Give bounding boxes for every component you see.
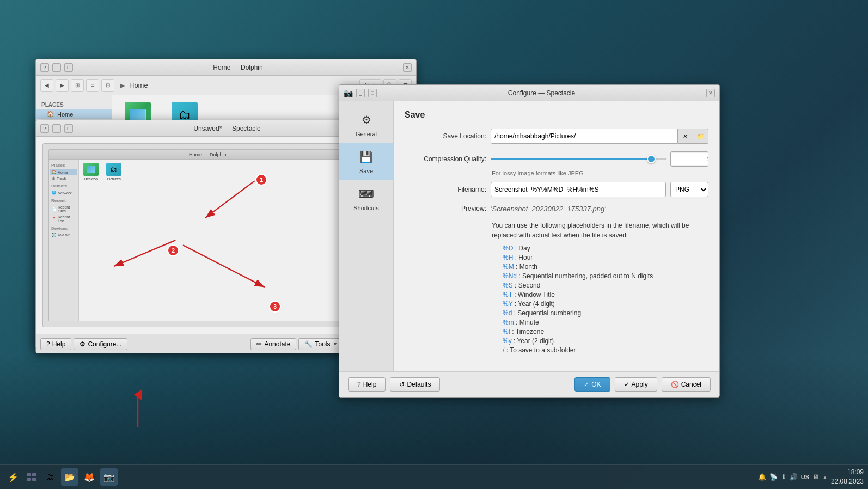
taskbar-network-icon[interactable]: 📡 — [769, 473, 778, 481]
dialog-help-button[interactable]: ? Help — [348, 377, 386, 392]
taskbar-display-icon[interactable]: 🖥 — [812, 473, 819, 481]
spectacle-maximize-btn[interactable]: □ — [64, 124, 73, 133]
taskbar-icon-firefox[interactable]: 🦊 — [81, 468, 98, 486]
configure-close-btn[interactable]: ✕ — [706, 89, 715, 97]
mini-content: Places 🏠Home 🗑Trash Remote 🌐Network Rece… — [49, 160, 381, 321]
dolphin-view-grid-btn[interactable]: ⊞ — [71, 79, 84, 92]
placeholder-y: %y : Year (2 digit) — [503, 337, 708, 345]
spectacle-tools-button[interactable]: 🔧 Tools ▼ — [298, 338, 344, 350]
spectacle-configure-button[interactable]: ⚙ Configure... — [74, 338, 127, 350]
tools-icon: 🔧 — [304, 340, 313, 348]
placeholder-H: %H : Hour — [503, 254, 708, 261]
configure-app-icon: 📷 — [344, 89, 353, 97]
taskbar-clock[interactable]: 18:09 22.08.2023 — [831, 468, 864, 486]
configure-maximize-btn[interactable]: □ — [368, 89, 377, 97]
taskbar-download-icon[interactable]: ⬇ — [781, 473, 786, 481]
config-nav-general[interactable]: ⚙ General — [339, 106, 393, 143]
taskbar-date: 22.08.2023 — [831, 477, 864, 486]
config-nav-shortcuts[interactable]: ⌨ Shortcuts — [339, 180, 393, 217]
sidebar-item-home[interactable]: 🏠 Home — [36, 109, 112, 119]
tools-dropdown-arrow: ▼ — [333, 341, 338, 347]
general-nav-label: General — [356, 131, 377, 137]
filename-input[interactable] — [491, 182, 666, 197]
configure-main: Save Save Location: ✕ 📁 Compression Qual… — [394, 101, 719, 397]
placeholder-d-link[interactable]: %d — [503, 309, 512, 317]
taskbar-icon-dolphin[interactable]: 📂 — [61, 468, 78, 486]
save-location-row: Save Location: ✕ 📁 — [405, 129, 708, 144]
save-location-clear-btn[interactable]: ✕ — [678, 129, 693, 144]
mini-sidebar-home: 🏠Home — [50, 169, 77, 175]
taskbar-keyboard-layout[interactable]: US — [801, 474, 809, 480]
help-icon: ? — [46, 340, 50, 348]
placeholder-D-link[interactable]: %D — [503, 244, 513, 252]
taskbar-icon-spectacle[interactable]: 📷 — [100, 468, 118, 486]
dolphin-minimize-btn[interactable]: _ — [52, 63, 61, 72]
spectacle-minimize-btn[interactable]: _ — [52, 124, 61, 133]
dolphin-close-btn[interactable]: ✕ — [403, 63, 412, 72]
dialog-defaults-button[interactable]: ↺ Defaults — [390, 377, 440, 392]
placeholder-Nd-link[interactable]: %Nd — [503, 272, 517, 280]
dialog-apply-button[interactable]: ✓ Apply — [615, 377, 657, 392]
placeholder-T-link[interactable]: %T — [503, 291, 512, 298]
dolphin-view-split-btn[interactable]: ⊟ — [101, 79, 114, 92]
compression-spinner: ▲ ▼ — [670, 151, 708, 167]
compression-slider[interactable] — [491, 158, 666, 160]
save-location-label: Save Location: — [405, 132, 486, 140]
save-location-browse-btn[interactable]: 📁 — [693, 129, 708, 144]
config-nav-save[interactable]: 💾 Save — [339, 143, 393, 180]
placeholder-Y-link[interactable]: %Y — [503, 300, 512, 308]
placeholder-slash-link[interactable]: / — [503, 346, 504, 354]
dolphin-path-separator: ▶ — [120, 82, 125, 89]
taskbar-notification-icon[interactable]: 🔔 — [758, 473, 766, 481]
save-location-input[interactable] — [491, 129, 678, 144]
desktop-arrow — [130, 389, 146, 435]
taskbar-volume-icon[interactable]: 🔊 — [790, 473, 798, 481]
spectacle-annotate-button[interactable]: ✏ Annotate — [250, 338, 296, 350]
mini-drive: 💽20.0 GiB... — [50, 232, 77, 239]
spectacle-help-btn[interactable]: ? — [40, 124, 49, 133]
filename-label: Filename: — [405, 186, 486, 193]
placeholder-Nd: %Nd : Sequential numbering, padded out t… — [503, 272, 708, 280]
configure-minimize-btn[interactable]: _ — [356, 89, 365, 97]
compression-row: Compression Quality: ▲ ▼ — [405, 151, 708, 167]
configure-icon: ⚙ — [80, 340, 85, 348]
taskbar-app-menu[interactable]: ⚡ — [4, 468, 22, 486]
dolphin-view-list-btn[interactable]: ≡ — [86, 79, 99, 92]
dolphin-maximize-btn[interactable]: □ — [64, 63, 73, 72]
placeholder-desc: You can use the following placeholders i… — [492, 221, 708, 240]
placeholder-list: %D : Day %H : Hour %M : Month %Nd : Sequ… — [492, 244, 708, 354]
spectacle-help-button[interactable]: ? Help — [40, 338, 71, 350]
dolphin-forward-btn[interactable]: ▶ — [56, 79, 69, 92]
mini-recent-locs: 📍Recent Loc... — [50, 214, 77, 224]
dolphin-back-btn[interactable]: ◀ — [40, 79, 53, 92]
placeholder-y-link[interactable]: %y — [503, 337, 512, 345]
configure-titlebar: 📷 _ □ Configure — Spectacle ✕ — [339, 85, 719, 101]
placeholder-t: %t : Timezone — [503, 328, 708, 335]
placeholder-S-link[interactable]: %S — [503, 282, 513, 289]
dolphin-title: Home — Dolphin — [76, 64, 400, 71]
dolphin-help-btn[interactable]: ? — [40, 63, 49, 72]
taskbar-icon-store[interactable]: 🗂 — [41, 468, 59, 486]
placeholder-m-link[interactable]: %m — [503, 319, 514, 326]
placeholder-t-link[interactable]: %t — [503, 328, 510, 335]
configure-body: ⚙ General 💾 Save ⌨ Shortcuts Save Save L… — [339, 101, 719, 397]
dialog-cancel-button[interactable]: 🚫 Cancel — [662, 377, 711, 392]
placeholder-M-link[interactable]: %M — [503, 263, 514, 271]
dialog-ok-button[interactable]: ✓ OK — [574, 377, 610, 392]
save-location-input-group: ✕ 📁 — [491, 129, 708, 144]
configure-dialog: 📷 _ □ Configure — Spectacle ✕ ⚙ General … — [339, 84, 720, 398]
taskbar-systray: 🔔 📡 ⬇ 🔊 US 🖥 ▲ 18:09 22.08.2023 — [758, 468, 864, 486]
spectacle-screenshot-preview: Home — Dolphin ▶ 🔍 ☰ Places 🏠Home 🗑Trash… — [48, 149, 382, 321]
compression-value-input[interactable] — [671, 153, 708, 165]
compression-slider-thumb[interactable] — [647, 155, 656, 163]
placeholder-M: %M : Month — [503, 263, 708, 271]
placeholder-T: %T : Window Title — [503, 291, 708, 298]
places-section-label: Places — [36, 100, 112, 109]
placeholder-H-link[interactable]: %H — [503, 254, 513, 261]
format-select[interactable]: PNG JPEG WebP BMP — [670, 182, 708, 197]
taskbar-expand-icon[interactable]: ▲ — [822, 474, 828, 480]
taskbar-icon-pager[interactable] — [24, 468, 39, 486]
taskbar: ⚡ 🗂 📂 🦊 📷 🔔 📡 ⬇ 🔊 US 🖥 ▲ — [0, 464, 868, 489]
save-nav-label: Save — [359, 168, 373, 174]
shortcuts-nav-icon: ⌨ — [358, 185, 375, 203]
